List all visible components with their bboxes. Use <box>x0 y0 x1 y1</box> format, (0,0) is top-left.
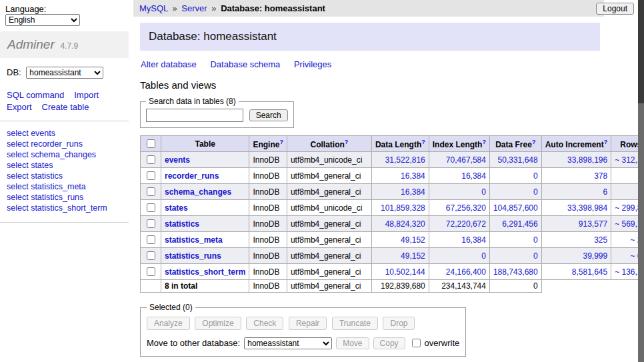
index-length-link[interactable]: 70,467,584 <box>446 155 486 165</box>
row-select-checkbox[interactable] <box>147 267 155 276</box>
help-icon[interactable]: ? <box>482 139 486 145</box>
search-button[interactable]: Search <box>249 109 288 121</box>
table-name-link[interactable]: statistics_meta <box>165 235 223 245</box>
collation-cell: utf8mb4_general_ci <box>287 184 371 200</box>
help-icon[interactable]: ? <box>532 139 536 145</box>
total-index-length-cell: 234,143,744 <box>429 280 489 293</box>
table-name-link[interactable]: states <box>165 203 188 213</box>
sidebar-item-select-events[interactable]: select events <box>7 128 122 139</box>
index-length-link[interactable]: 0 <box>481 187 486 197</box>
truncate-button[interactable]: Truncate <box>332 317 378 330</box>
sidebar-item-select-statistics-runs[interactable]: select statistics_runs <box>7 192 122 203</box>
data-length-link[interactable]: 49,152 <box>401 235 425 245</box>
selected-fieldset: Selected (0) Analyze Optimize Check Repa… <box>140 303 466 357</box>
data-free-link[interactable]: 50,331,648 <box>498 155 538 165</box>
collation-cell: utf8mb4_general_ci <box>287 232 371 248</box>
collation-cell: utf8mb4_unicode_ci <box>287 200 371 216</box>
auto-increment-link[interactable]: 33,898,196 <box>567 155 607 165</box>
data-free-link[interactable]: 0 <box>533 171 538 181</box>
scrollbar[interactable] <box>638 0 644 362</box>
table-name-link[interactable]: recorder_runs <box>165 171 219 181</box>
column-header-data-length: Data Length? <box>371 136 429 152</box>
row-select-checkbox[interactable] <box>147 219 155 228</box>
breadcrumb-mysql-link[interactable]: MySQL <box>139 3 168 13</box>
index-length-link[interactable]: 67,256,320 <box>446 203 486 213</box>
select-all-checkbox[interactable] <box>147 139 155 148</box>
data-free-link[interactable]: 0 <box>533 235 538 245</box>
row-select-checkbox[interactable] <box>147 203 155 212</box>
index-length-link[interactable]: 0 <box>481 251 486 261</box>
breadcrumb-server-link[interactable]: Server <box>181 3 207 13</box>
table-row: statesInnoDButf8mb4_unicode_ci101,859,32… <box>141 200 644 216</box>
logout-button[interactable]: Logout <box>596 3 634 15</box>
table-name-link[interactable]: statistics_short_term <box>165 267 245 277</box>
repair-button[interactable]: Repair <box>289 317 327 330</box>
total-label: 8 in total <box>161 280 249 293</box>
sidebar-create-table-link[interactable]: Create table <box>42 102 89 112</box>
data-free-link[interactable]: 0 <box>533 251 538 261</box>
move-button[interactable]: Move <box>336 337 369 349</box>
table-name-link[interactable]: events <box>165 155 190 165</box>
auto-increment-link[interactable]: 913,577 <box>579 219 607 229</box>
sidebar-export-link[interactable]: Export <box>7 102 32 112</box>
analyze-button[interactable]: Analyze <box>147 317 190 330</box>
row-select-checkbox[interactable] <box>147 187 155 196</box>
scrollbar-thumb[interactable] <box>638 0 644 103</box>
auto-increment-link[interactable]: 6 <box>603 187 607 197</box>
data-free-link[interactable]: 0 <box>533 187 538 197</box>
data-length-link[interactable]: 49,152 <box>401 251 425 261</box>
optimize-button[interactable]: Optimize <box>195 317 241 330</box>
help-icon[interactable]: ? <box>604 139 608 145</box>
row-select-checkbox[interactable] <box>147 171 155 180</box>
auto-increment-link[interactable]: 33,398,984 <box>567 203 607 213</box>
table-name-link[interactable]: schema_changes <box>165 187 231 197</box>
privileges-link[interactable]: Privileges <box>294 59 331 69</box>
data-length-link[interactable]: 16,384 <box>401 171 425 181</box>
db-select[interactable]: homeassistant <box>26 67 103 79</box>
index-length-link[interactable]: 16,384 <box>461 235 486 245</box>
auto-increment-link[interactable]: 39,999 <box>583 251 607 261</box>
help-icon[interactable]: ? <box>421 139 425 145</box>
tables-body: eventsInnoDButf8mb4_unicode_ci31,522,816… <box>141 152 644 280</box>
sidebar-item-select-recorder-runs[interactable]: select recorder_runs <box>7 139 122 149</box>
copy-button[interactable]: Copy <box>373 337 405 349</box>
data-length-link[interactable]: 16,384 <box>401 187 425 197</box>
sidebar-item-select-statistics-meta[interactable]: select statistics_meta <box>7 181 122 192</box>
table-name-link[interactable]: statistics <box>165 219 199 229</box>
database-schema-link[interactable]: Database schema <box>210 59 280 69</box>
language-select[interactable]: English <box>5 14 80 26</box>
sidebar-sql-command-link[interactable]: SQL command <box>7 90 64 100</box>
collation-cell: utf8mb4_general_ci <box>287 264 371 280</box>
data-free-link[interactable]: 6,291,456 <box>502 219 537 229</box>
search-fieldset: Search data in tables (8) Search <box>140 97 294 128</box>
table-name-link[interactable]: statistics_runs <box>165 251 221 261</box>
drop-button[interactable]: Drop <box>383 317 415 330</box>
index-length-link[interactable]: 24,166,400 <box>446 267 486 277</box>
data-length-link[interactable]: 101,859,328 <box>381 203 425 213</box>
sidebar-item-select-statistics[interactable]: select statistics <box>7 171 122 181</box>
index-length-link[interactable]: 72,220,672 <box>446 219 486 229</box>
row-select-checkbox[interactable] <box>147 155 155 164</box>
auto-increment-link[interactable]: 378 <box>594 171 607 181</box>
data-length-link[interactable]: 31,522,816 <box>385 155 425 165</box>
alter-database-link[interactable]: Alter database <box>141 59 197 69</box>
data-free-link[interactable]: 188,743,680 <box>493 267 538 277</box>
row-select-checkbox[interactable] <box>147 235 155 244</box>
sidebar-item-select-schema-changes[interactable]: select schema_changes <box>7 149 122 160</box>
sidebar-item-select-statistics-short-term[interactable]: select statistics_short_term <box>7 203 122 213</box>
help-icon[interactable]: ? <box>345 139 349 145</box>
check-button[interactable]: Check <box>246 317 283 330</box>
data-length-link[interactable]: 48,824,320 <box>385 219 425 229</box>
sidebar-item-select-states[interactable]: select states <box>7 160 122 171</box>
help-icon[interactable]: ? <box>279 139 283 145</box>
overwrite-checkbox[interactable] <box>412 339 421 347</box>
row-select-checkbox[interactable] <box>147 251 155 260</box>
search-input[interactable] <box>146 109 243 122</box>
data-length-link[interactable]: 10,502,144 <box>385 267 425 277</box>
index-length-link[interactable]: 16,384 <box>461 171 486 181</box>
move-database-select[interactable]: homeassistant <box>244 337 332 349</box>
sidebar-import-link[interactable]: Import <box>74 90 99 100</box>
auto-increment-link[interactable]: 8,581,645 <box>572 267 607 277</box>
data-free-link[interactable]: 104,857,600 <box>493 203 538 213</box>
auto-increment-link[interactable]: 325 <box>594 235 607 245</box>
